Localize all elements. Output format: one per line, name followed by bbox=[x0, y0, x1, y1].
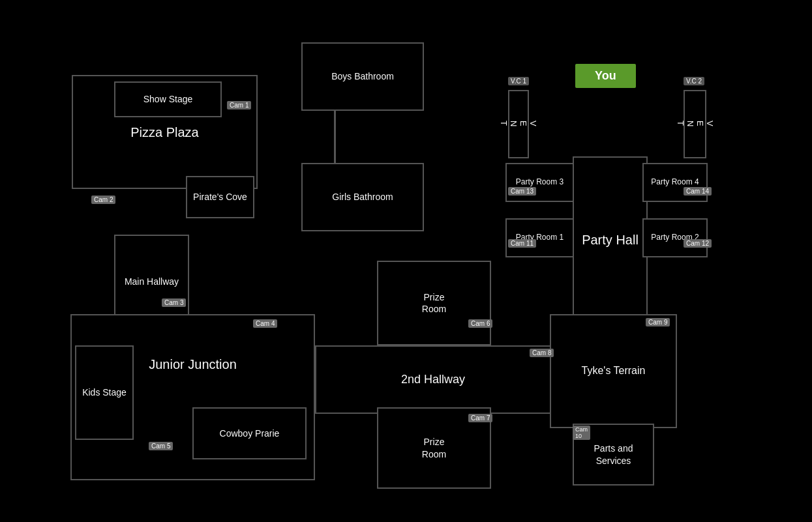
cam-4-badge[interactable]: Cam 4 bbox=[253, 319, 277, 328]
parts-services-label: Parts andServices bbox=[594, 442, 633, 466]
boys-bathroom-label: Boys Bathroom bbox=[331, 70, 394, 82]
prize-room-2-label: PrizeRoom bbox=[422, 436, 446, 459]
pizza-plaza-label: Pizza Plaza bbox=[130, 124, 199, 141]
party-room-2: Party Room 2 bbox=[642, 218, 708, 257]
you-badge: You bbox=[575, 64, 636, 88]
cam-7-badge[interactable]: Cam 7 bbox=[468, 414, 492, 422]
girls-bathroom-room: Girls Bathroom bbox=[301, 163, 424, 231]
cam-10-badge[interactable]: Cam10 bbox=[573, 426, 590, 440]
cam-6-badge[interactable]: Cam 6 bbox=[468, 319, 492, 328]
hallway-connector-v bbox=[334, 111, 336, 163]
party-room-4-label: Party Room 4 bbox=[651, 177, 699, 188]
pirates-cove-room: Pirate's Cove bbox=[186, 176, 254, 218]
party-room-1: Party Room 1 bbox=[505, 218, 574, 257]
cam-1-badge[interactable]: Cam 1 bbox=[227, 101, 251, 109]
vc-badge-2[interactable]: V.C 2 bbox=[684, 77, 704, 85]
kids-stage-room: Kids Stage bbox=[75, 345, 134, 440]
party-room-3-label: Party Room 3 bbox=[516, 177, 564, 188]
vent-2-label: VENT bbox=[676, 121, 715, 128]
cam-9-badge[interactable]: Cam 9 bbox=[646, 318, 670, 326]
cam-14-badge[interactable]: Cam 14 bbox=[684, 187, 712, 196]
show-stage-label: Show Stage bbox=[143, 93, 193, 105]
cam-12-badge[interactable]: Cam 12 bbox=[684, 239, 712, 248]
hallway-2nd-label: 2nd Hallway bbox=[401, 372, 465, 387]
boys-bathroom-room: Boys Bathroom bbox=[301, 42, 424, 111]
cam-2-badge[interactable]: Cam 2 bbox=[91, 196, 115, 204]
vent-1: VENT bbox=[508, 90, 529, 158]
prize-room-1: PrizeRoom bbox=[377, 261, 491, 345]
cam-13-badge[interactable]: Cam 13 bbox=[508, 187, 536, 196]
vent-1-label: VENT bbox=[499, 121, 538, 128]
party-room-4: Party Room 4 bbox=[642, 163, 708, 202]
map-container: Boys Bathroom Girls Bathroom Pizza Plaza… bbox=[0, 0, 812, 522]
girls-bathroom-label: Girls Bathroom bbox=[332, 191, 393, 203]
hallway-2nd-room: 2nd Hallway bbox=[315, 345, 551, 414]
tykes-terrain-label: Tyke's Terrain bbox=[582, 364, 646, 378]
party-room-3: Party Room 3 bbox=[505, 163, 574, 202]
vc-badge-1[interactable]: V.C 1 bbox=[508, 77, 529, 85]
show-stage-room: Show Stage bbox=[114, 81, 222, 117]
cam-5-badge[interactable]: Cam 5 bbox=[149, 442, 173, 450]
prize-room-1-label: PrizeRoom bbox=[422, 291, 446, 315]
main-hallway-label: Main Hallway bbox=[125, 276, 179, 287]
cowboy-prairie-label: Cowboy Prarie bbox=[220, 428, 280, 439]
party-hall-label: Party Hall bbox=[582, 231, 639, 248]
junior-junction-label: Junior Junction bbox=[149, 356, 237, 373]
cam-3-badge[interactable]: Cam 3 bbox=[162, 298, 186, 307]
kids-stage-label: Kids Stage bbox=[82, 386, 127, 398]
pirates-cove-label: Pirate's Cove bbox=[193, 191, 247, 203]
cowboy-prairie-room: Cowboy Prarie bbox=[192, 407, 307, 459]
cam-8-badge[interactable]: Cam 8 bbox=[530, 349, 554, 357]
tykes-terrain-room: Tyke's Terrain bbox=[550, 314, 677, 428]
party-hall-room: Party Hall bbox=[573, 156, 648, 323]
cam-11-badge[interactable]: Cam 11 bbox=[508, 239, 536, 248]
vent-2: VENT bbox=[684, 90, 706, 158]
